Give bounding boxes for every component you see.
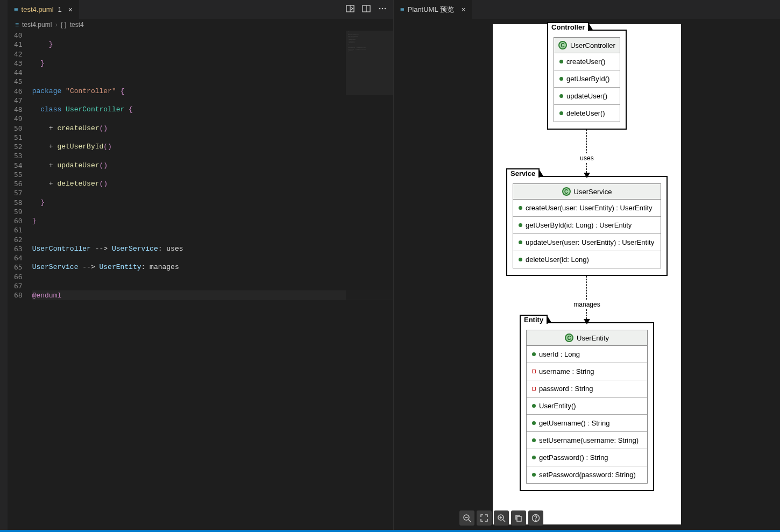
arrow-label: manages [573, 301, 600, 308]
class-icon: C [562, 187, 571, 196]
close-icon[interactable]: × [462, 5, 466, 13]
minimap[interactable]: } } package "Controller" { class UserCon… [346, 31, 393, 530]
class-icon: C [558, 41, 567, 49]
split-editor-icon[interactable] [362, 4, 371, 15]
preview-toolbar [459, 510, 543, 526]
plantuml-icon: ≡ [400, 5, 405, 13]
class-name: UserEntity [577, 334, 609, 342]
tab-modified-indicator: 1 [58, 5, 62, 13]
svg-point-6 [385, 8, 386, 9]
breadcrumb-sep: › [55, 21, 57, 29]
file-icon: ≡ [15, 21, 19, 29]
class-name: UserService [574, 188, 612, 196]
uml-method: updateUser(user: UserEntity) : UserEntit… [513, 234, 661, 251]
uml-package: ServiceCUserServicecreateUser(user: User… [506, 176, 668, 276]
svg-point-5 [382, 8, 384, 9]
preview-tab-bar: ≡ PlantUML 预览 × [394, 0, 780, 19]
uml-method: setPassword(password: String) [527, 466, 647, 483]
preview-tab[interactable]: ≡ PlantUML 预览 × [394, 0, 472, 19]
uml-attribute: password : String [527, 380, 647, 398]
uml-method: deleteUser() [554, 105, 620, 122]
preview-body[interactable]: ControllerCUserControllercreateUser()get… [394, 19, 780, 530]
editor-actions [346, 4, 393, 15]
code-content[interactable]: } } package "Controller" { class UserCon… [32, 31, 393, 530]
activity-bar[interactable] [0, 0, 8, 530]
uml-class: CUserControllercreateUser()getUserById()… [554, 37, 620, 122]
uml-arrow: uses [580, 130, 593, 178]
line-gutter: 4041424344454647484950515253545556575859… [8, 31, 32, 530]
uml-method: createUser() [554, 53, 620, 70]
package-label: Service [506, 168, 540, 178]
uml-package: EntityCUserEntityuserId : Longusername :… [520, 322, 654, 491]
minimap-content: } } package "Controller" { class UserCon… [348, 31, 391, 52]
svg-point-16 [535, 520, 536, 520]
uml-method: getUserById(id: Long) : UserEntity [513, 217, 661, 234]
svg-line-8 [469, 520, 471, 522]
preview-tab-label: PlantUML 预览 [408, 5, 454, 15]
uml-package: ControllerCUserControllercreateUser()get… [547, 30, 627, 130]
editor-tab-bar: ≡ test4.puml 1 × [8, 0, 393, 19]
editor-pane: ≡ test4.puml 1 × ≡ test4.puml › { [8, 0, 394, 530]
uml-diagram: ControllerCUserControllercreateUser()get… [493, 24, 681, 524]
breadcrumb[interactable]: ≡ test4.puml › { } test4 [8, 19, 393, 31]
editor-area[interactable]: 4041424344454647484950515253545556575859… [8, 31, 393, 530]
uml-method: updateUser() [554, 88, 620, 105]
file-icon: ≡ [14, 5, 18, 13]
zoom-out-button[interactable] [459, 510, 474, 526]
zoom-in-button[interactable] [494, 510, 509, 526]
uml-arrow: manages [573, 276, 600, 324]
split-preview-icon[interactable] [346, 4, 354, 15]
editor-tab[interactable]: ≡ test4.puml 1 × [8, 0, 80, 19]
uml-class: CUserServicecreateUser(user: UserEntity)… [513, 183, 661, 268]
arrow-label: uses [580, 154, 593, 162]
uml-method: deleteUser(id: Long) [513, 251, 661, 268]
uml-method: getUsername() : String [527, 415, 647, 432]
uml-method: getPassword() : String [527, 449, 647, 466]
package-label: Controller [547, 22, 589, 31]
svg-rect-14 [517, 516, 521, 521]
uml-method: createUser(user: UserEntity) : UserEntit… [513, 200, 661, 217]
class-name: UserController [570, 41, 615, 49]
help-button[interactable] [528, 510, 543, 526]
uml-attribute: userId : Long [527, 346, 647, 363]
uml-attribute: username : String [527, 363, 647, 380]
svg-point-4 [379, 8, 381, 9]
braces-icon: { } [60, 21, 66, 29]
uml-method: UserEntity() [527, 398, 647, 415]
uml-method: setUsername(username: String) [527, 432, 647, 449]
uml-method: getUserById() [554, 70, 620, 88]
close-icon[interactable]: × [68, 5, 73, 14]
tab-label: test4.puml [22, 5, 54, 13]
svg-line-11 [503, 520, 505, 522]
preview-pane: ≡ PlantUML 预览 × ControllerCUserControlle… [394, 0, 780, 530]
status-bar[interactable] [0, 530, 780, 532]
package-label: Entity [520, 315, 548, 324]
class-icon: C [565, 334, 573, 342]
breadcrumb-symbol[interactable]: test4 [70, 21, 84, 29]
uml-class: CUserEntityuserId : Longusername : Strin… [526, 330, 648, 484]
more-icon[interactable] [378, 4, 387, 15]
breadcrumb-file[interactable]: test4.puml [22, 21, 52, 29]
copy-button[interactable] [511, 510, 526, 526]
fit-button[interactable] [477, 510, 492, 526]
